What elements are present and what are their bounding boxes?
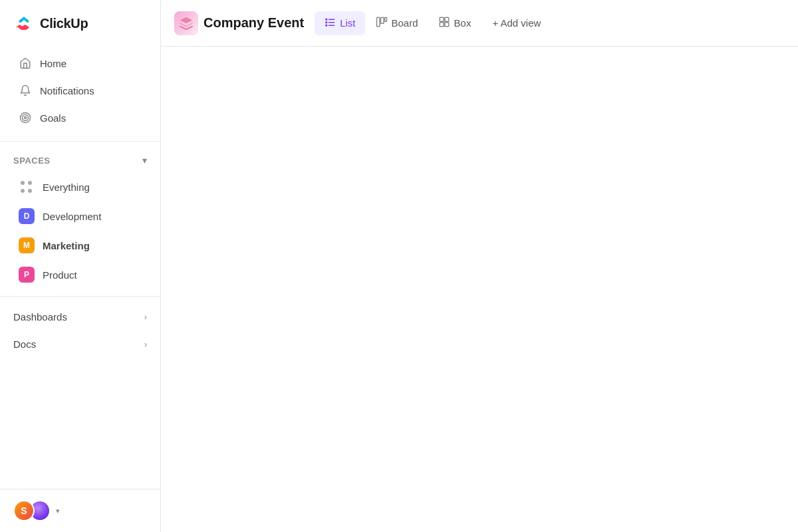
- box-tab-label: Box: [454, 17, 471, 29]
- product-label: Product: [43, 269, 77, 281]
- sidebar-item-everything[interactable]: Everything: [5, 173, 155, 201]
- list-tab-icon: [324, 16, 336, 31]
- nav-items: Home Notifications Goals: [0, 47, 160, 134]
- dashboards-section: Dashboards ›: [5, 305, 155, 329]
- everything-dots-icon: [19, 179, 35, 195]
- svg-rect-7: [325, 24, 327, 26]
- tab-board[interactable]: Board: [366, 11, 428, 35]
- project-icon: [174, 11, 198, 35]
- svg-point-2: [25, 117, 27, 119]
- product-avatar: P: [19, 267, 35, 283]
- docs-item[interactable]: Docs ›: [5, 332, 155, 356]
- sidebar-item-goals[interactable]: Goals: [5, 104, 155, 131]
- sidebar-item-notifications[interactable]: Notifications: [5, 77, 155, 104]
- spaces-label: Spaces: [13, 156, 51, 166]
- development-avatar: D: [19, 208, 35, 224]
- add-view-button[interactable]: + Add view: [484, 13, 549, 33]
- logo-area: ClickUp: [0, 0, 160, 47]
- svg-rect-9: [376, 17, 380, 27]
- svg-rect-3: [325, 18, 327, 20]
- docs-label: Docs: [13, 338, 36, 350]
- goals-icon: [19, 111, 32, 124]
- logo-text: ClickUp: [40, 16, 88, 31]
- home-icon: [19, 57, 32, 70]
- board-tab-label: Board: [392, 17, 418, 29]
- svg-rect-14: [440, 22, 444, 26]
- tab-list[interactable]: List: [315, 11, 364, 35]
- board-tab-icon: [376, 16, 388, 31]
- docs-chevron-icon: ›: [144, 339, 147, 349]
- tab-box[interactable]: Box: [429, 11, 481, 35]
- view-tabs: List Board: [315, 11, 549, 35]
- dashboards-item[interactable]: Dashboards ›: [5, 305, 155, 329]
- sidebar-item-development[interactable]: D Development: [5, 202, 155, 230]
- sidebar-item-product[interactable]: P Product: [5, 261, 155, 289]
- everything-label: Everything: [43, 182, 90, 193]
- dashboards-chevron-icon: ›: [144, 312, 147, 322]
- bell-icon: [19, 84, 32, 97]
- svg-rect-10: [380, 17, 384, 23]
- marketing-avatar: M: [19, 237, 35, 253]
- content-area: [161, 47, 798, 532]
- goals-label: Goals: [40, 112, 66, 124]
- avatar-group: S: [13, 500, 51, 521]
- list-tab-label: List: [340, 17, 355, 29]
- nav-divider: [0, 141, 160, 142]
- notifications-label: Notifications: [40, 85, 94, 96]
- box-tab-icon: [438, 16, 450, 31]
- svg-rect-12: [440, 17, 444, 21]
- user-area[interactable]: S ▾: [0, 489, 160, 532]
- development-label: Development: [43, 211, 101, 222]
- user-avatar-s: S: [13, 500, 35, 521]
- user-caret-icon: ▾: [56, 507, 60, 515]
- chevron-down-icon: ▾: [142, 155, 147, 166]
- main-content: Company Event List: [161, 0, 798, 532]
- add-view-label: + Add view: [492, 17, 541, 29]
- home-label: Home: [40, 58, 66, 69]
- sidebar-item-marketing[interactable]: M Marketing: [5, 231, 155, 259]
- sidebar-item-home[interactable]: Home: [5, 50, 155, 76]
- svg-rect-13: [444, 17, 448, 21]
- top-bar: Company Event List: [161, 0, 798, 47]
- dashboards-label: Dashboards: [13, 311, 67, 323]
- box-3d-icon: [179, 16, 194, 31]
- docs-section: Docs ›: [5, 332, 155, 356]
- svg-rect-5: [325, 21, 327, 23]
- svg-point-1: [23, 115, 29, 121]
- spaces-header[interactable]: Spaces ▾: [0, 148, 160, 172]
- svg-rect-15: [444, 22, 448, 26]
- project-title: Company Event: [203, 15, 304, 31]
- sidebar: ClickUp Home Notifications: [0, 0, 161, 532]
- spaces-divider: [0, 296, 160, 297]
- svg-rect-11: [384, 17, 386, 21]
- marketing-label: Marketing: [43, 240, 90, 251]
- clickup-logo-icon: [13, 13, 35, 34]
